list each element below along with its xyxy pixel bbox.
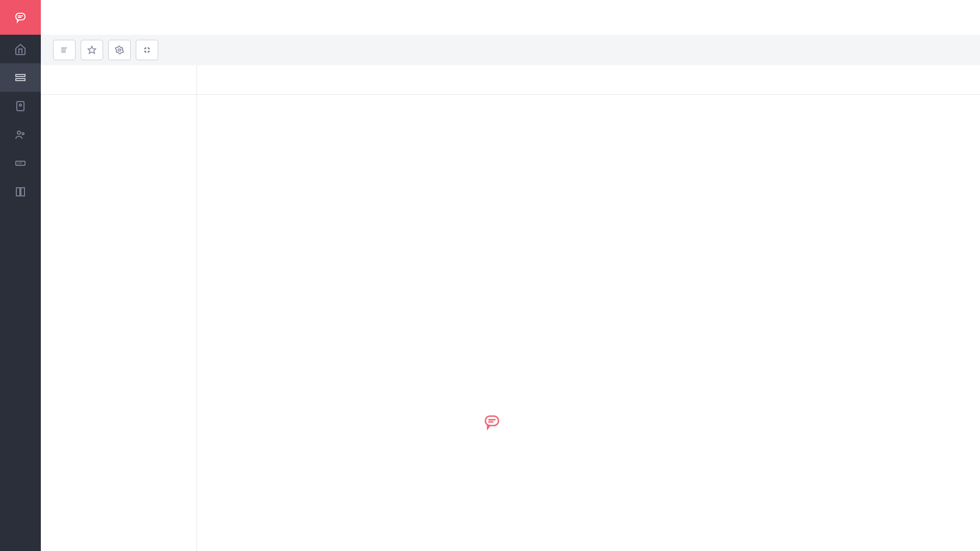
svg-point-8 [22,133,24,135]
toolbar-collapse-button[interactable] [136,40,158,60]
svg-point-6 [19,104,21,106]
content [41,65,980,551]
watermark-logo [483,413,506,431]
side-panel [41,65,197,551]
svg-text:VIP: VIP [17,162,22,165]
nav-calendar-icon[interactable] [0,63,41,92]
left-nav: VIP [0,0,41,551]
gantt-time-header [197,65,980,95]
toolbar-settings-button[interactable] [108,40,131,60]
svg-point-7 [17,131,20,134]
svg-rect-4 [16,79,25,81]
nav-team-icon[interactable] [0,120,41,149]
app-logo[interactable] [0,0,41,35]
timeline-header-side [41,65,197,95]
header [41,0,980,35]
svg-rect-3 [16,74,25,77]
svg-rect-0 [16,13,25,20]
nav-docs-icon[interactable] [0,178,41,206]
toolbar-list-button[interactable] [53,40,76,60]
toolbar-star-button[interactable] [81,40,103,60]
toolbar [41,35,980,65]
svg-rect-24 [485,416,499,425]
svg-point-15 [118,49,121,52]
gantt-area[interactable] [197,65,980,551]
svg-marker-14 [88,46,96,54]
nav-contacts-icon[interactable] [0,92,41,120]
nav-home-icon[interactable] [0,35,41,63]
nav-vip-icon[interactable]: VIP [0,149,41,178]
